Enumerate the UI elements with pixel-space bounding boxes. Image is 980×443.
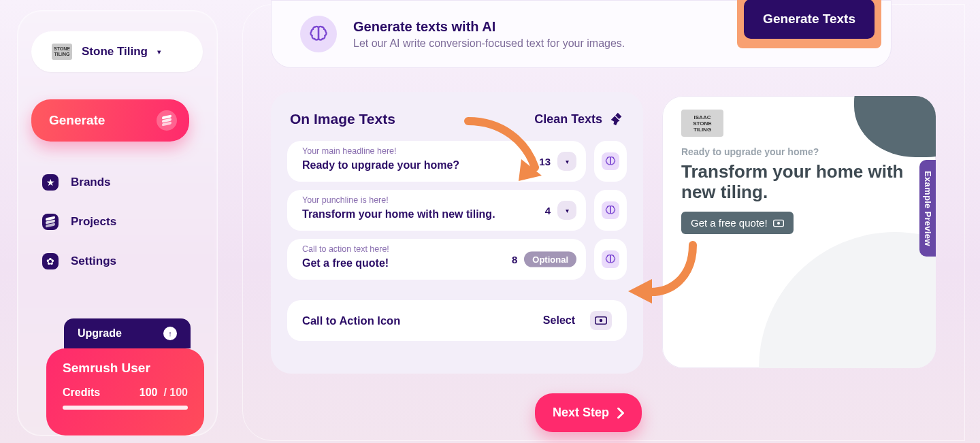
brain-icon [602, 152, 619, 170]
punchline-count: 4 [545, 205, 551, 216]
preview-subhead: Ready to upgrade your home? [681, 146, 917, 157]
generate-texts-button[interactable]: Generate Texts [744, 0, 875, 39]
generate-button[interactable]: Generate [31, 99, 189, 142]
ticket-icon [590, 311, 612, 330]
sidebar-item-brands[interactable]: ★ Brands [42, 174, 197, 191]
credits-progress-bar [63, 406, 188, 410]
cta-text-placeholder: Call to action text here! [302, 244, 389, 254]
preview-cta-label: Get a free quote! [691, 217, 768, 229]
next-step-label: Next Step [553, 406, 609, 420]
sidebar-item-label: Projects [71, 215, 116, 229]
headline-placeholder: Your main headline here! [302, 146, 397, 156]
preview-logo-icon: ISAAC STONE TILING [681, 110, 723, 137]
credits-row: Credits 100 / 100 [63, 387, 188, 399]
example-preview-card: ISAAC STONE TILING Ready to upgrade your… [662, 96, 936, 368]
clean-texts-button[interactable]: Clean Texts [534, 112, 624, 127]
gear-icon: ✿ [42, 253, 59, 269]
optional-badge: Optional [524, 252, 576, 267]
punchline-ai-button[interactable] [594, 190, 627, 231]
brand-name: Stone Tiling [82, 45, 148, 59]
cta-icon-selector[interactable]: Call to Action Icon Select [287, 300, 627, 341]
upgrade-label: Upgrade [78, 327, 122, 340]
example-preview-tab[interactable]: Example Preview [919, 160, 936, 257]
preview-decor-blob-bottom [759, 232, 936, 368]
sidebar-item-label: Brands [71, 176, 111, 189]
chevron-down-icon[interactable]: ▾ [557, 201, 576, 220]
sidebar-nav: ★ Brands Projects ✿ Settings [31, 174, 197, 269]
credits-total: 100 [169, 387, 188, 398]
upgrade-card[interactable]: Upgrade ↑ [64, 318, 191, 348]
ticket-icon [773, 219, 784, 227]
brain-icon [300, 16, 337, 52]
next-step-button[interactable]: Next Step [535, 393, 642, 432]
sidebar-item-projects[interactable]: Projects [42, 214, 197, 230]
chevron-down-icon: ▾ [157, 48, 161, 56]
punchline-placeholder: Your punchline is here! [302, 195, 389, 205]
broom-icon [609, 112, 624, 127]
panel-title: On Image Texts [290, 111, 395, 127]
headline-input[interactable]: Your main headline here! Ready to upgrad… [287, 141, 586, 182]
credits-label: Credits [63, 387, 100, 399]
cta-text-ai-button[interactable] [594, 239, 627, 280]
layers-icon [42, 214, 59, 230]
headline-value: Ready to upgrade your home? [302, 159, 574, 171]
headline-ai-button[interactable] [594, 141, 627, 182]
cta-text-input[interactable]: Call to action text here! Get a free quo… [287, 239, 586, 280]
headline-count: 13 [539, 156, 551, 167]
clean-texts-label: Clean Texts [534, 112, 602, 127]
ai-banner: Generate texts with AI Let our AI write … [271, 0, 892, 68]
star-icon: ★ [42, 174, 59, 191]
generate-button-label: Generate [49, 113, 105, 128]
brain-icon [602, 250, 619, 268]
cta-icon-label: Call to Action Icon [302, 314, 400, 327]
sidebar-item-label: Settings [71, 255, 116, 268]
svg-point-3 [777, 222, 780, 225]
punchline-value: Transform your home with new tiling. [302, 208, 574, 220]
on-image-texts-panel: On Image Texts Clean Texts Your main hea… [271, 92, 643, 374]
brand-selector[interactable]: STONE TILING Stone Tiling ▾ [31, 31, 203, 72]
cta-icon-select-label: Select [543, 314, 575, 327]
punchline-input[interactable]: Your punchline is here! Transform your h… [287, 190, 586, 231]
user-name: Semrush User [63, 361, 188, 376]
credits-current: 100 [140, 387, 158, 398]
ai-banner-title: Generate texts with AI [353, 19, 625, 35]
user-card[interactable]: Semrush User Credits 100 / 100 [46, 348, 204, 436]
preview-headline: Transform your home with new tiling. [681, 161, 917, 202]
svg-point-1 [600, 319, 603, 323]
preview-cta-button: Get a free quote! [681, 212, 794, 234]
layers-icon [157, 110, 177, 131]
brain-icon [602, 201, 619, 219]
ai-banner-subtitle: Let our AI write conversion-focused text… [353, 37, 625, 50]
cta-text-count: 8 [512, 254, 517, 265]
brand-logo-icon: STONE TILING [52, 44, 72, 60]
ai-button-highlight: Generate Texts [737, 0, 881, 48]
arrow-up-icon: ↑ [163, 327, 177, 340]
sidebar: STONE TILING Stone Tiling ▾ Generate ★ B… [17, 10, 218, 436]
sidebar-item-settings[interactable]: ✿ Settings [42, 253, 197, 269]
chevron-down-icon[interactable]: ▾ [557, 152, 576, 171]
chevron-right-icon [617, 408, 624, 419]
